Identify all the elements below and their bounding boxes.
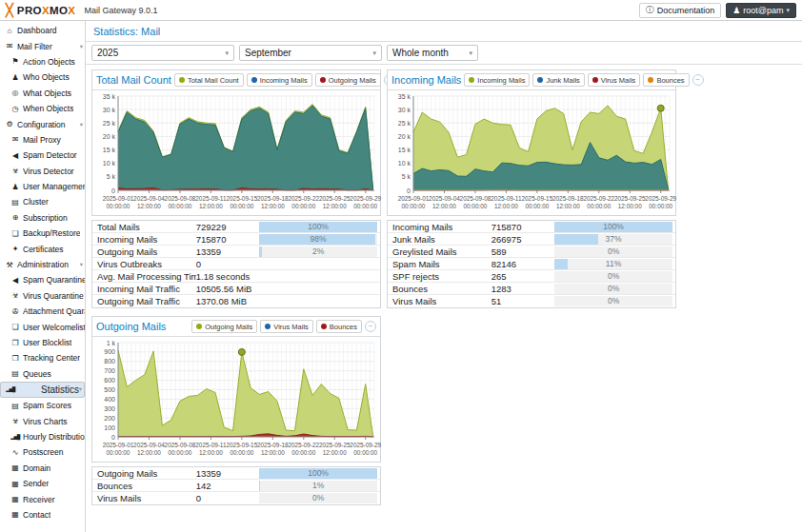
- svg-text:0: 0: [111, 434, 115, 441]
- sidebar-item-cluster[interactable]: ▤Cluster: [0, 194, 85, 209]
- stat-value: 1370.08 MiB: [196, 296, 256, 306]
- megaphone-icon: ◀: [10, 151, 20, 160]
- sidebar-item-administration[interactable]: ⚒Administration▾: [0, 257, 85, 272]
- sidebar-item-mail-filter[interactable]: ✉Mail Filter▾: [0, 38, 85, 53]
- legend-item-incoming-mails[interactable]: Incoming Mails: [247, 73, 312, 87]
- stat-bar-cell: 0%: [551, 246, 675, 257]
- svg-text:35 k: 35 k: [398, 93, 411, 100]
- chevron-down-icon: ▾: [80, 121, 83, 128]
- legend-item-outgoing-mails[interactable]: Outgoing Mails: [315, 73, 381, 87]
- sidebar-item-who-objects[interactable]: ♟Who Objects: [0, 69, 85, 85]
- sidebar-item-sender[interactable]: ▦Sender: [0, 476, 85, 491]
- percent-bar: 0%: [554, 271, 672, 282]
- sidebar-item-certificates[interactable]: ✦Certificates: [0, 241, 85, 256]
- legend-color-dot: [537, 77, 543, 83]
- sidebar-item-virus-detector[interactable]: ☣Virus Detector: [0, 164, 85, 179]
- sidebar-item-hourly-distribution[interactable]: ▂▅█Hourly Distribution: [0, 429, 85, 444]
- sidebar-item-spam-quarantine[interactable]: ◀Spam Quarantine: [0, 272, 85, 287]
- svg-text:25 k: 25 k: [398, 120, 411, 127]
- sidebar-item-action-objects[interactable]: ⚑Action Objects: [0, 54, 85, 69]
- svg-text:00:00:00: 00:00:00: [230, 203, 253, 209]
- percent-label: 100%: [259, 468, 377, 479]
- sidebar-item-queues[interactable]: ▤Queues: [0, 366, 85, 382]
- collapse-panel-icon[interactable]: −: [365, 321, 376, 332]
- sidebar-item-subscription[interactable]: ⊕Subscription: [0, 210, 85, 226]
- sidebar-item-contact[interactable]: ▦Contact: [0, 507, 85, 522]
- stats-table-outgoing-mails: Outgoing Mails13359100%Bounces1421%Virus…: [91, 466, 381, 505]
- legend-item-incoming-mails[interactable]: Incoming Mails: [464, 73, 530, 87]
- sidebar-item-label: Administration: [17, 260, 69, 269]
- sidebar-item-statistics[interactable]: ▂▅█Statistics▾: [0, 382, 85, 398]
- documentation-button[interactable]: ⓘ Documentation: [639, 3, 722, 18]
- support-icon: ⊕: [10, 213, 20, 222]
- sidebar-item-when-objects[interactable]: ◷When Objects: [0, 101, 85, 116]
- legend-item-total-mail-count[interactable]: Total Mail Count: [174, 73, 244, 87]
- collapse-panel-icon[interactable]: −: [692, 74, 704, 86]
- file-filled-icon: ❐: [10, 339, 20, 347]
- panel-title: Outgoing Mails: [96, 321, 166, 332]
- legend-item-junk-mails[interactable]: Junk Mails: [532, 73, 584, 87]
- panel-incoming-mails: Incoming MailsIncoming MailsJunk MailsVi…: [387, 69, 676, 216]
- sidebar-item-label: Who Objects: [23, 72, 70, 82]
- stat-label: Virus Mails: [92, 493, 196, 503]
- svg-text:2025-09-22: 2025-09-22: [288, 195, 319, 202]
- percent-label: 0%: [554, 296, 672, 306]
- percent-label: 2%: [259, 246, 377, 257]
- svg-text:2025-09-29: 2025-09-29: [645, 195, 676, 202]
- stat-value: 82146: [491, 259, 551, 269]
- legend-item-virus-mails[interactable]: Virus Mails: [588, 73, 641, 87]
- sidebar-item-virus-quarantine[interactable]: ☣Virus Quarantine: [0, 288, 85, 304]
- sidebar-item-mail-proxy[interactable]: ✉Mail Proxy: [0, 132, 85, 148]
- sidebar-item-dashboard[interactable]: ⌂Dashboard: [0, 23, 85, 38]
- svg-text:2025-09-04: 2025-09-04: [133, 442, 165, 448]
- svg-text:600: 600: [104, 377, 115, 384]
- sidebar-item-tracking-center[interactable]: ❒Tracking Center: [0, 350, 85, 365]
- svg-text:2025-09-18: 2025-09-18: [552, 195, 584, 202]
- percent-bar: 0%: [554, 284, 672, 294]
- user-menu-button[interactable]: ♟ root@pam ▾: [726, 3, 796, 18]
- legend-item-virus-mails[interactable]: Virus Mails: [260, 320, 313, 333]
- range-select[interactable]: Whole month▾: [387, 45, 478, 61]
- legend-item-outgoing-mails[interactable]: Outgoing Mails: [191, 320, 257, 333]
- percent-bar: 2%: [259, 246, 377, 257]
- table-icon: ▦: [10, 480, 20, 488]
- sidebar-item-what-objects[interactable]: ◎What Objects: [0, 86, 85, 101]
- sidebar-item-user-blocklist[interactable]: ❐User Blocklist: [0, 335, 85, 350]
- stat-value: 265: [491, 271, 551, 282]
- sidebar-item-spam-scores[interactable]: ▤Spam Scores: [0, 398, 85, 413]
- table-row: Outgoing Mails13359100%: [92, 467, 380, 480]
- svg-text:35 k: 35 k: [103, 93, 116, 100]
- month-select[interactable]: September▾: [239, 45, 382, 61]
- svg-text:00:00:00: 00:00:00: [353, 449, 377, 456]
- page-title: Statistics: Mail: [93, 26, 160, 37]
- sidebar-item-postscreen[interactable]: ∿Postscreen: [0, 444, 85, 460]
- stat-value: 1.18 seconds: [196, 271, 256, 282]
- stat-bar-cell: 0%: [551, 296, 675, 306]
- sidebar-item-virus-charts[interactable]: ☣Virus Charts: [0, 413, 85, 428]
- svg-text:2025-09-04: 2025-09-04: [429, 195, 460, 202]
- sidebar-item-user-welcomelist[interactable]: ❏User Welcomelist: [0, 319, 85, 334]
- chevron-down-icon: ▾: [79, 385, 82, 393]
- sidebar-item-user-management[interactable]: ♟User Management: [0, 179, 85, 194]
- table-row: Bounces12830%: [388, 283, 675, 295]
- stat-bar-cell: 37%: [551, 234, 675, 245]
- sidebar-item-spam-detector[interactable]: ◀Spam Detector: [0, 148, 85, 163]
- sidebar-item-label: Spam Quarantine: [23, 275, 85, 285]
- sidebar-item-domain[interactable]: ▦Domain: [0, 461, 85, 476]
- legend-item-bounces[interactable]: Bounces: [316, 320, 362, 333]
- sidebar-item-receiver[interactable]: ▦Receiver: [0, 491, 85, 506]
- svg-text:2025-09-25: 2025-09-25: [319, 442, 351, 448]
- svg-text:300: 300: [104, 405, 115, 412]
- sidebar-item-attachment-quarantine[interactable]: ✇Attachment Quarantine: [0, 304, 85, 319]
- legend-color-dot: [320, 77, 326, 83]
- sidebar-item-label: Hourly Distribution: [23, 432, 85, 442]
- stat-value: 51: [491, 296, 551, 306]
- sidebar-item-configuration[interactable]: ⚙Configuration▾: [0, 116, 85, 131]
- legend-item-bounces[interactable]: Bounces: [643, 73, 689, 87]
- sidebar-item-label: Domain: [23, 463, 50, 473]
- svg-text:100: 100: [104, 424, 115, 431]
- year-select[interactable]: 2025▾: [91, 45, 234, 61]
- panel-header: Total Mail CountTotal Mail CountIncoming…: [92, 70, 380, 90]
- legend-label: Incoming Mails: [477, 76, 525, 85]
- sidebar-item-backup-restore[interactable]: ❏Backup/Restore: [0, 226, 85, 241]
